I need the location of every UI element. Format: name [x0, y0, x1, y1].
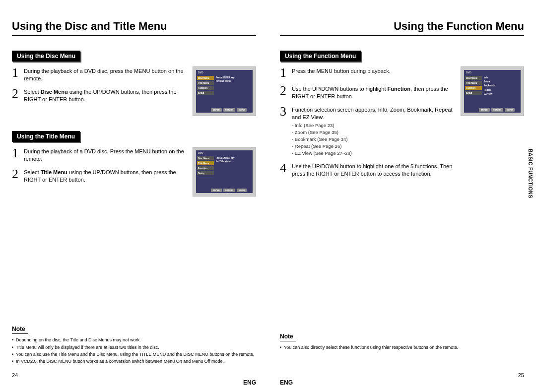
page-number: 25 [518, 372, 524, 378]
step-item: 2 Select Title Menu using the UP/DOWN bu… [12, 168, 187, 184]
step-item: 2 Use the UP/DOWN buttons to highlight F… [280, 84, 455, 100]
step-number: 2 [280, 84, 290, 97]
step-item: 3 Function selection screen appears, Inf… [280, 105, 455, 157]
section-label: Using the Disc Menu [12, 51, 80, 62]
note-block: Note Depending on the disc, the Title an… [12, 324, 256, 365]
step-text: Press the MENU button during playback. [292, 66, 455, 75]
screenshot-title-menu: DVD Disc Menu Title Menu Function Setup … [193, 147, 256, 196]
step-item: 1 During the playback of a DVD disc, pre… [12, 66, 187, 82]
step-item: 4 Use the UP/DOWN button to highlight on… [280, 162, 455, 178]
step-text: Use the UP/DOWN buttons to highlight Fun… [292, 84, 455, 100]
note-item: Title Menu will only be displayed if the… [12, 344, 256, 350]
page-title: Using the Disc and Title Menu [12, 20, 256, 36]
page-left: Using the Disc and Title Menu Using the … [0, 0, 268, 392]
section-disc-menu: Using the Disc Menu 1 During the playbac… [12, 51, 256, 116]
page-number: 24 [12, 372, 18, 378]
step-item: 1 During the playback of a DVD disc, Pre… [12, 147, 187, 163]
step-item: 1 Press the MENU button during playback. [280, 66, 455, 79]
step-text: During the playback of a DVD disc, press… [24, 66, 187, 82]
section-label: Using the Function Menu [280, 51, 361, 62]
step-text: Function selection screen appears, Info,… [292, 105, 455, 157]
note-item: In VCD2.0, the DISC MENU button works as… [12, 358, 256, 364]
screenshot-disc-menu: DVD Disc Menu Title Menu Function Setup … [193, 66, 256, 116]
page-right: Using the Function Menu BASIC FUNCTIONS … [268, 0, 536, 392]
step-number: 4 [280, 162, 290, 175]
note-item: Depending on the disc, the Title and Dis… [12, 337, 256, 343]
footer-language: ENG [243, 379, 256, 386]
page-title: Using the Function Menu [280, 20, 524, 36]
step-number: 3 [280, 105, 290, 118]
section-function-menu: Using the Function Menu 1 Press the MENU… [280, 51, 524, 183]
footer-language: ENG [280, 379, 293, 386]
step-number: 2 [12, 168, 22, 181]
note-label: Note [280, 332, 296, 341]
note-label: Note [12, 325, 28, 334]
step-number: 1 [280, 66, 290, 79]
step-item: 2 Select Disc Menu using the UP/DOWN but… [12, 87, 187, 103]
step-text: Use the UP/DOWN button to highlight one … [292, 162, 455, 178]
step-text: Select Title Menu using the UP/DOWN butt… [24, 168, 187, 184]
note-item: You can also use the Title Menu and the … [12, 351, 256, 357]
step-text: Select Disc Menu using the UP/DOWN butto… [24, 87, 187, 103]
step-number: 1 [12, 147, 22, 160]
note-block: Note You can also directly select these … [280, 331, 524, 351]
section-label: Using the Title Menu [12, 131, 80, 142]
screenshot-function-menu: DVD Disc Menu Title Menu Function Setup … [461, 66, 524, 116]
sub-list: Info (See Page 23) Zoom (See Page 35) Bo… [292, 123, 455, 156]
step-number: 2 [12, 87, 22, 100]
section-title-menu: Using the Title Menu 1 During the playba… [12, 131, 256, 196]
note-item: You can also directly select these funct… [280, 344, 524, 350]
step-text: During the playback of a DVD disc, Press… [24, 147, 187, 163]
side-tab: BASIC FUNCTIONS [528, 149, 533, 198]
step-number: 1 [12, 66, 22, 79]
